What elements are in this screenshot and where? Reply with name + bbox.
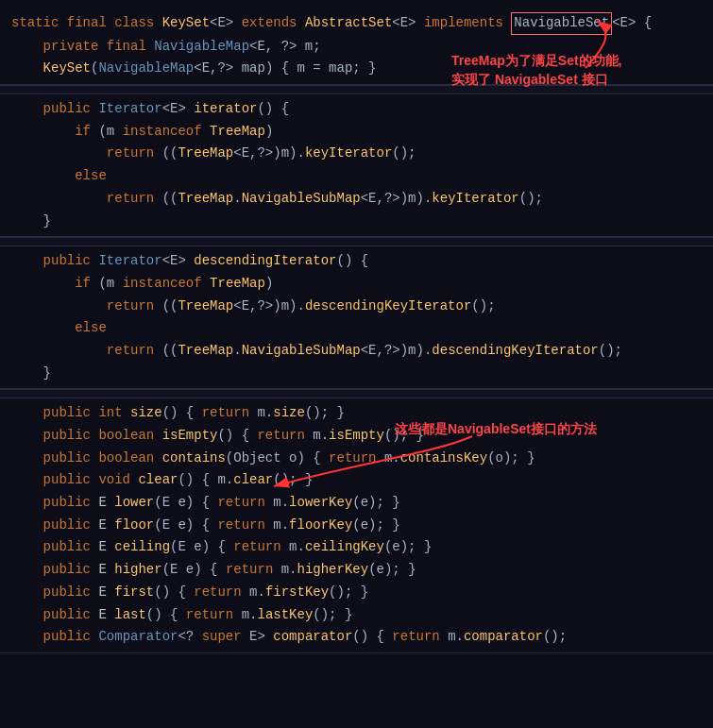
code-line: public boolean isEmpty() { return m.isEm… xyxy=(0,425,713,448)
code-line: public Comparator<? super E> comparator(… xyxy=(0,626,713,649)
code-line: public E floor(E e) { return m.floorKey(… xyxy=(0,515,713,537)
section-other-methods: public int size() { return m.size(); } p… xyxy=(0,398,713,653)
code-line: } xyxy=(0,363,713,385)
code-line: public void clear() { m.clear(); } xyxy=(0,469,713,492)
code-line: else xyxy=(0,317,713,340)
section-iterator: public Iterator<E> iterator() { if (m in… xyxy=(0,94,713,237)
navigableset-highlight: NavigableSet xyxy=(511,12,612,35)
code-line: public E lower(E e) { return m.lowerKey(… xyxy=(0,492,713,515)
code-line: if (m instanceof TreeMap) xyxy=(0,273,713,296)
code-line: static final class KeySet<E> extends Abs… xyxy=(0,11,713,36)
code-line: public Iterator<E> descendingIterator() … xyxy=(0,250,713,273)
code-line: public Iterator<E> iterator() { xyxy=(0,98,713,121)
code-line: public boolean contains(Object o) { retu… xyxy=(0,448,713,470)
code-line: public E last() { return m.lastKey(); } xyxy=(0,604,713,627)
annotation-navigableset-methods: 这些都是NavigableSet接口的方法 xyxy=(395,420,597,439)
code-line: if (m instanceof TreeMap) xyxy=(0,121,713,144)
code-line: return ((TreeMap.NavigableSubMap<E,?>)m)… xyxy=(0,188,713,211)
code-line: return ((TreeMap<E,?>)m).descendingKeyIt… xyxy=(0,296,713,318)
code-line: } xyxy=(0,211,713,233)
code-line: return ((TreeMap<E,?>)m).keyIterator(); xyxy=(0,143,713,165)
code-line: public int size() { return m.size(); } xyxy=(0,402,713,425)
section-gap-2 xyxy=(0,237,713,246)
annotation-treemap-set: TreeMap为了满足Set的功能,实现了 NavigableSet 接口 xyxy=(451,52,621,89)
code-line: else xyxy=(0,165,713,188)
code-container: static final class KeySet<E> extends Abs… xyxy=(0,0,713,728)
section-descending-iterator: public Iterator<E> descendingIterator() … xyxy=(0,246,713,389)
code-line: public E higher(E e) { return m.higherKe… xyxy=(0,559,713,582)
code-line: return ((TreeMap.NavigableSubMap<E,?>)m)… xyxy=(0,340,713,363)
section-gap-3 xyxy=(0,389,713,398)
code-line: public E first() { return m.firstKey(); … xyxy=(0,582,713,604)
code-line: public E ceiling(E e) { return m.ceiling… xyxy=(0,536,713,559)
